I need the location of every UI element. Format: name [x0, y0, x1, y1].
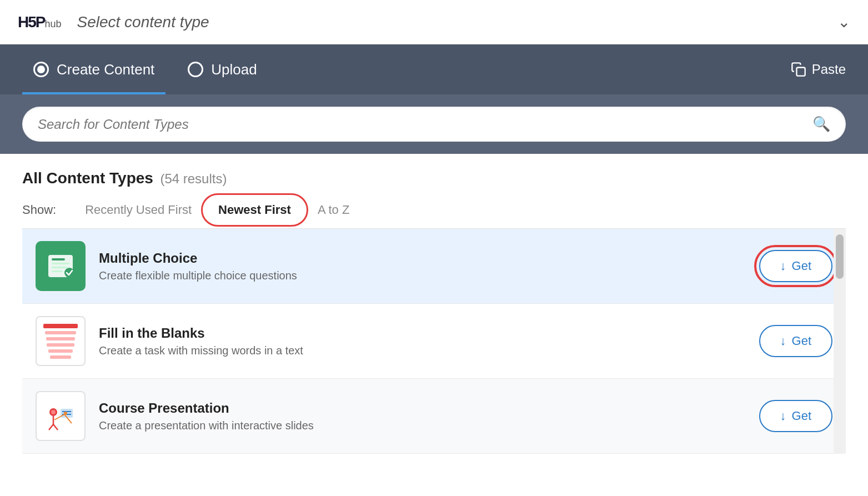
- svg-rect-4: [52, 267, 67, 268]
- svg-line-11: [53, 424, 58, 430]
- multiple-choice-name: Multiple Choice: [99, 250, 746, 266]
- fill-blanks-icon: [36, 316, 86, 366]
- download-icon: ↓: [780, 259, 786, 273]
- upload-label: Upload: [211, 61, 257, 78]
- search-input[interactable]: [38, 117, 812, 132]
- create-content-radio[interactable]: [33, 62, 49, 77]
- get-label: Get: [792, 259, 811, 273]
- get-label: Get: [792, 409, 811, 423]
- course-presentation-icon: [36, 391, 86, 441]
- filter-recently-used[interactable]: Recently Used First: [72, 197, 205, 223]
- svg-point-6: [64, 268, 74, 278]
- svg-point-15: [64, 412, 67, 415]
- paste-icon: [791, 62, 806, 77]
- top-header: H5Phub Select content type ⌄: [0, 0, 868, 44]
- course-presentation-get-button[interactable]: ↓ Get: [759, 400, 832, 432]
- svg-rect-3: [52, 263, 69, 264]
- section-header: All Content Types (54 results): [22, 169, 846, 187]
- show-label: Show:: [22, 203, 56, 217]
- svg-line-10: [49, 424, 53, 430]
- filter-row: Show: Recently Used First Newest First A…: [22, 197, 846, 223]
- logo-area: H5Phub Select content type: [18, 13, 209, 31]
- list-item: Fill in the Blanks Create a task with mi…: [22, 304, 846, 379]
- h5p-logo: H5Phub: [18, 13, 62, 31]
- upload-radio[interactable]: [188, 62, 203, 77]
- svg-rect-0: [796, 68, 805, 76]
- section-title: All Content Types: [22, 169, 153, 187]
- tab-bar: Create Content Upload Paste: [0, 44, 868, 94]
- hub-label: hub: [44, 18, 61, 29]
- multiple-choice-icon: [36, 241, 86, 291]
- create-content-label: Create Content: [57, 61, 154, 78]
- scrollbar[interactable]: [834, 229, 846, 454]
- multiple-choice-info: Multiple Choice Create flexible multiple…: [99, 250, 746, 282]
- search-area: 🔍: [0, 94, 868, 154]
- multiple-choice-get-button[interactable]: ↓ Get: [759, 250, 832, 282]
- svg-rect-2: [52, 258, 65, 260]
- download-icon: ↓: [780, 409, 786, 423]
- filter-a-to-z[interactable]: A to Z: [304, 197, 363, 223]
- svg-rect-5: [52, 270, 63, 272]
- content-area: All Content Types (54 results) Show: Rec…: [0, 154, 868, 454]
- fill-blanks-info: Fill in the Blanks Create a task with mi…: [99, 325, 746, 357]
- fill-blanks-get-button[interactable]: ↓ Get: [759, 325, 832, 357]
- download-icon: ↓: [780, 334, 786, 348]
- list-item: Multiple Choice Create flexible multiple…: [22, 229, 846, 304]
- tab-upload[interactable]: Upload: [177, 44, 268, 94]
- fill-blanks-name: Fill in the Blanks: [99, 325, 746, 341]
- list-item: Course Presentation Create a presentatio…: [22, 379, 846, 454]
- course-presentation-desc: Create a presentation with interactive s…: [99, 419, 746, 432]
- search-input-wrap: 🔍: [22, 107, 846, 142]
- multiple-choice-desc: Create flexible multiple choice question…: [99, 269, 746, 282]
- svg-point-8: [51, 410, 56, 414]
- search-icon: 🔍: [812, 116, 830, 133]
- page-title: Select content type: [77, 13, 209, 31]
- get-label: Get: [792, 334, 811, 348]
- cp-svg-icon: [41, 397, 80, 435]
- paste-label: Paste: [812, 62, 846, 77]
- mc-svg-icon: [44, 249, 77, 283]
- content-list: Multiple Choice Create flexible multiple…: [22, 228, 846, 454]
- tab-create-content[interactable]: Create Content: [22, 44, 165, 94]
- chevron-down-icon[interactable]: ⌄: [837, 13, 850, 31]
- filter-newest-first[interactable]: Newest First: [205, 197, 304, 223]
- scrollbar-thumb: [836, 234, 844, 279]
- section-count: (54 results): [160, 171, 227, 186]
- course-presentation-info: Course Presentation Create a presentatio…: [99, 400, 746, 432]
- paste-button[interactable]: Paste: [791, 62, 846, 77]
- course-presentation-name: Course Presentation: [99, 400, 746, 416]
- fill-blanks-desc: Create a task with missing words in a te…: [99, 344, 746, 357]
